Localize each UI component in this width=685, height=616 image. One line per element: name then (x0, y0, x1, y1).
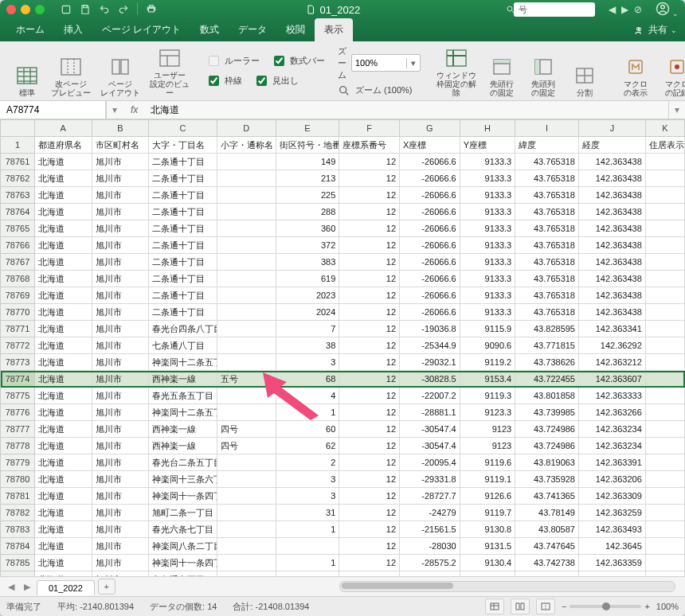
cell[interactable]: 43.765318 (515, 254, 579, 271)
cell[interactable]: 142.363359 (578, 555, 645, 571)
cell[interactable]: 62 (276, 438, 339, 454)
cell[interactable]: -20095.4 (400, 454, 460, 471)
cell[interactable]: 383 (276, 254, 339, 271)
cell[interactable]: 142.363206 (578, 471, 645, 488)
cell[interactable]: 142.363438 (578, 220, 645, 237)
unfreeze-panes-button[interactable]: ウィンドウ 枠固定の解除 (432, 45, 481, 99)
cell[interactable] (645, 220, 684, 237)
cell[interactable]: 142.363309 (578, 488, 645, 505)
row-header[interactable]: 78786 (1, 571, 35, 577)
cell[interactable]: 12 (339, 354, 400, 371)
cell[interactable]: 北海道 (34, 404, 92, 421)
cell[interactable]: 60 (276, 421, 339, 438)
cell[interactable]: 西神楽一線 (149, 438, 217, 454)
cell[interactable]: 神楽岡十二条五丁目 (149, 404, 217, 421)
tab-review[interactable]: 校閲 (276, 18, 315, 41)
cell[interactable] (276, 538, 339, 555)
freeze-first-col-button[interactable]: 先頭列 の固定 (523, 54, 564, 99)
cell[interactable]: 12 (339, 471, 400, 488)
search-input[interactable] (514, 2, 595, 17)
cell[interactable] (645, 505, 684, 521)
cell[interactable]: -26066.6 (400, 187, 460, 204)
cell[interactable]: 北海道 (34, 271, 92, 287)
cell[interactable]: 43.742738 (515, 555, 579, 571)
cell[interactable]: 旭川市 (92, 371, 149, 388)
cell[interactable] (217, 505, 276, 521)
chk-ruler[interactable]: ルーラー (206, 53, 260, 68)
cell[interactable] (217, 204, 276, 220)
cell[interactable]: -26066.6 (400, 287, 460, 304)
column-header[interactable]: I (515, 120, 579, 137)
row-header[interactable]: 78765 (1, 220, 35, 237)
search-close-icon[interactable]: ⊘ (632, 4, 644, 15)
cell[interactable]: 43.771815 (515, 337, 579, 354)
tab-formulas[interactable]: 数式 (190, 18, 229, 41)
cell[interactable] (217, 237, 276, 254)
cell[interactable]: 3 (276, 354, 339, 371)
cell[interactable] (217, 187, 276, 204)
cell[interactable] (645, 254, 684, 271)
cell[interactable]: 北海道 (34, 555, 92, 571)
header-cell[interactable]: X座標 (400, 137, 460, 154)
cell[interactable]: 旭町二条一丁目 (149, 505, 217, 521)
cell[interactable]: 142.363259 (578, 505, 645, 521)
cell[interactable]: 神楽岡十一条四丁目 (149, 488, 217, 505)
cell[interactable]: 12 (339, 254, 400, 271)
cell[interactable]: 12 (339, 237, 400, 254)
cell[interactable] (217, 555, 276, 571)
chevron-down-icon[interactable]: ▾ (406, 58, 420, 68)
cell[interactable]: 9130.4 (460, 555, 515, 571)
cell[interactable]: -24279 (400, 505, 460, 521)
cell[interactable] (217, 521, 276, 538)
cell[interactable]: 神楽岡十二条五丁目 (149, 354, 217, 371)
cell[interactable] (217, 454, 276, 471)
name-box-input[interactable] (5, 103, 100, 116)
cell[interactable] (217, 354, 276, 371)
cell[interactable]: 旭川市 (92, 521, 149, 538)
cell[interactable]: -30828.5 (400, 371, 460, 388)
row-header[interactable]: 78783 (1, 521, 35, 538)
cell[interactable]: 142.363438 (578, 304, 645, 321)
cell[interactable]: 旭川市 (92, 187, 149, 204)
cell[interactable]: 1 (276, 555, 339, 571)
cell[interactable]: 北海道 (34, 438, 92, 454)
cell[interactable] (217, 404, 276, 421)
tab-insert[interactable]: 挿入 (54, 18, 92, 41)
cell[interactable]: 142.363438 (578, 237, 645, 254)
cell[interactable]: 43.765318 (515, 304, 579, 321)
row-header[interactable]: 78772 (1, 337, 35, 354)
cell[interactable]: 43.747645 (515, 538, 579, 555)
zoom-slider[interactable]: − + (562, 602, 650, 611)
header-cell[interactable]: 大字・丁目名 (149, 137, 217, 154)
view-layout-button[interactable]: ページ レイアウト (96, 54, 145, 99)
cell[interactable]: -30547.4 (400, 421, 460, 438)
cell[interactable]: 9131.5 (460, 538, 515, 555)
cell[interactable]: 142.363234 (578, 421, 645, 438)
redo-icon[interactable] (115, 2, 132, 17)
cell[interactable]: -28030 (400, 538, 460, 555)
zoom-in-icon[interactable]: + (644, 602, 649, 611)
cell[interactable]: 9119.2 (460, 354, 515, 371)
cell[interactable]: 北海道 (34, 538, 92, 555)
row-header[interactable]: 78785 (1, 555, 35, 571)
split-button[interactable]: 分割 (564, 63, 605, 99)
cell[interactable]: 12 (339, 187, 400, 204)
view-pagebreak-icon[interactable] (536, 598, 555, 614)
cell[interactable]: 旭川市 (92, 471, 149, 488)
cell[interactable]: 12 (339, 220, 400, 237)
cell[interactable]: 旭川市 (92, 438, 149, 454)
cell[interactable] (645, 154, 684, 170)
tab-data[interactable]: データ (229, 18, 276, 41)
cell[interactable]: 春光五条五丁目 (149, 388, 217, 404)
cell[interactable]: -26066.6 (400, 254, 460, 271)
cell[interactable]: 北海道 (34, 254, 92, 271)
freeze-top-row-button[interactable]: 先頭行 の固定 (481, 54, 523, 99)
cell[interactable]: 142.363234 (578, 438, 645, 454)
cell[interactable] (645, 204, 684, 220)
cell[interactable]: 9115.9 (460, 321, 515, 337)
cell[interactable]: 9153.4 (460, 371, 515, 388)
cell[interactable]: 9119.7 (460, 505, 515, 521)
cell[interactable]: 旭川市 (92, 304, 149, 321)
zoom-icon[interactable] (35, 5, 45, 14)
cell[interactable]: 旭川市 (92, 321, 149, 337)
